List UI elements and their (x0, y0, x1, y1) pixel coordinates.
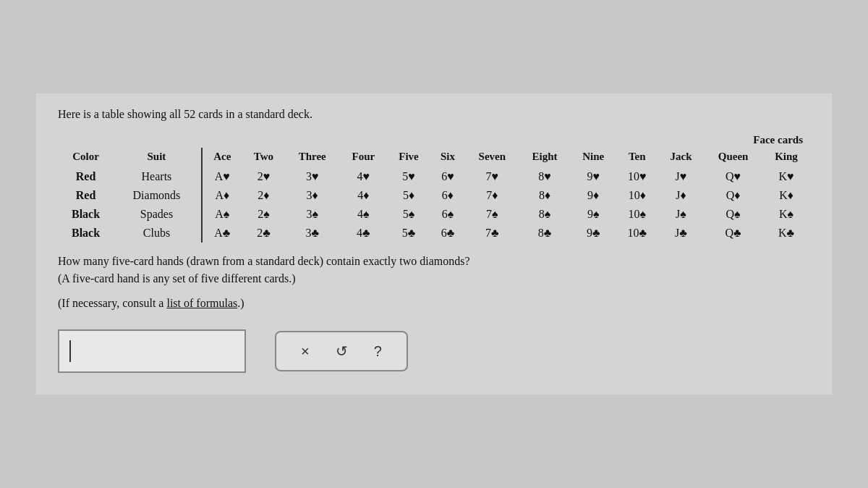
cell-card: 7♥ (465, 167, 519, 186)
header-queen: Queen (704, 148, 762, 167)
cell-card: J♦ (658, 186, 704, 205)
cell-card: 10♦ (616, 186, 658, 205)
cell-card: 8♣ (519, 224, 571, 243)
cell-card: 5♣ (387, 224, 430, 243)
formula-end: .) (237, 297, 244, 309)
cell-color: Red (58, 167, 114, 186)
cell-card: Q♣ (704, 224, 762, 243)
cell-card: K♥ (762, 167, 810, 186)
cell-card: 8♠ (519, 205, 571, 224)
cell-card: J♣ (658, 224, 704, 243)
cell-card: 2♠ (242, 205, 285, 224)
cell-suit: Diamonds (114, 186, 202, 205)
cell-card: 3♣ (285, 224, 339, 243)
cell-card: 6♠ (430, 205, 465, 224)
cell-card: A♣ (202, 224, 242, 243)
header-suit: Suit (114, 148, 202, 167)
formula-line: (If necessary, consult a list of formula… (58, 295, 810, 312)
cell-card: 3♠ (285, 205, 339, 224)
cell-suit: Spades (114, 205, 202, 224)
header-eight: Eight (519, 148, 571, 167)
header-four: Four (339, 148, 387, 167)
cell-card: Q♠ (704, 205, 762, 224)
cell-card: Q♥ (704, 167, 762, 186)
cell-card: A♥ (202, 167, 242, 186)
cell-card: 10♥ (616, 167, 658, 186)
cell-card: 6♥ (430, 167, 465, 186)
page-container: Here is a table showing all 52 cards in … (36, 93, 832, 395)
question-line2: (A five-card hand is any set of five dif… (58, 270, 810, 287)
cell-card: 4♠ (339, 205, 387, 224)
header-nine: Nine (571, 148, 616, 167)
cell-card: 3♥ (285, 167, 339, 186)
cell-card: 5♦ (387, 186, 430, 205)
action-buttons-group: × ↺ ? (275, 331, 408, 371)
formula-text: (If necessary, consult a (58, 297, 166, 309)
table-row: BlackSpadesA♠2♠3♠4♠5♠6♠7♠8♠9♠10♠J♠Q♠K♠ (58, 205, 810, 224)
cancel-button[interactable]: × (297, 342, 314, 361)
cell-card: 7♣ (465, 224, 519, 243)
cell-card: 2♦ (242, 186, 285, 205)
header-three: Three (285, 148, 339, 167)
header-five: Five (387, 148, 430, 167)
table-row: RedDiamondsA♦2♦3♦4♦5♦6♦7♦8♦9♦10♦J♦Q♦K♦ (58, 186, 810, 205)
cell-card: 3♦ (285, 186, 339, 205)
face-cards-label: Face cards (58, 134, 810, 146)
table-row: RedHeartsA♥2♥3♥4♥5♥6♥7♥8♥9♥10♥J♥Q♥K♥ (58, 167, 810, 186)
cell-card: 10♣ (616, 224, 658, 243)
cell-color: Red (58, 186, 114, 205)
header-two: Two (242, 148, 285, 167)
cell-card: 7♠ (465, 205, 519, 224)
question-line1: How many five-card hands (drawn from a s… (58, 253, 810, 270)
cell-card: J♥ (658, 167, 704, 186)
cell-card: Q♦ (704, 186, 762, 205)
cell-card: 9♥ (571, 167, 616, 186)
table-header-row: Color Suit Ace Two Three Four Five Six S… (58, 148, 810, 167)
cell-card: 5♠ (387, 205, 430, 224)
help-button[interactable]: ? (370, 342, 386, 361)
cell-card: K♦ (762, 186, 810, 205)
cell-card: 5♥ (387, 167, 430, 186)
cursor (69, 340, 71, 362)
cell-card: 9♦ (571, 186, 616, 205)
cell-card: 2♣ (242, 224, 285, 243)
header-color: Color (58, 148, 114, 167)
header-seven: Seven (465, 148, 519, 167)
cell-card: 10♠ (616, 205, 658, 224)
cell-card: A♠ (202, 205, 242, 224)
formula-link[interactable]: list of formulas (166, 297, 237, 309)
intro-text: Here is a table showing all 52 cards in … (58, 108, 810, 121)
cell-card: J♠ (658, 205, 704, 224)
cell-card: 9♣ (571, 224, 616, 243)
cell-card: 2♥ (242, 167, 285, 186)
header-jack: Jack (658, 148, 704, 167)
header-king: King (762, 148, 810, 167)
cell-card: 9♠ (571, 205, 616, 224)
cell-card: 8♦ (519, 186, 571, 205)
cell-color: Black (58, 224, 114, 243)
table-row: BlackClubsA♣2♣3♣4♣5♣6♣7♣8♣9♣10♣J♣Q♣K♣ (58, 224, 810, 243)
cell-color: Black (58, 205, 114, 224)
cell-card: 4♦ (339, 186, 387, 205)
cell-card: 6♣ (430, 224, 465, 243)
header-ten: Ten (616, 148, 658, 167)
cell-card: 4♣ (339, 224, 387, 243)
card-table: Color Suit Ace Two Three Four Five Six S… (58, 148, 810, 243)
cell-card: A♦ (202, 186, 242, 205)
question-area: How many five-card hands (drawn from a s… (58, 253, 810, 287)
cell-card: 4♥ (339, 167, 387, 186)
cell-suit: Clubs (114, 224, 202, 243)
header-six: Six (430, 148, 465, 167)
cell-card: K♠ (762, 205, 810, 224)
cell-card: 7♦ (465, 186, 519, 205)
cell-card: 6♦ (430, 186, 465, 205)
bottom-area: × ↺ ? (58, 329, 810, 373)
cell-card: 8♥ (519, 167, 571, 186)
reset-button[interactable]: ↺ (331, 341, 352, 361)
cell-card: K♣ (762, 224, 810, 243)
table-body: RedHeartsA♥2♥3♥4♥5♥6♥7♥8♥9♥10♥J♥Q♥K♥RedD… (58, 167, 810, 243)
cell-suit: Hearts (114, 167, 202, 186)
answer-input-box[interactable] (58, 329, 246, 373)
header-ace: Ace (202, 148, 242, 167)
